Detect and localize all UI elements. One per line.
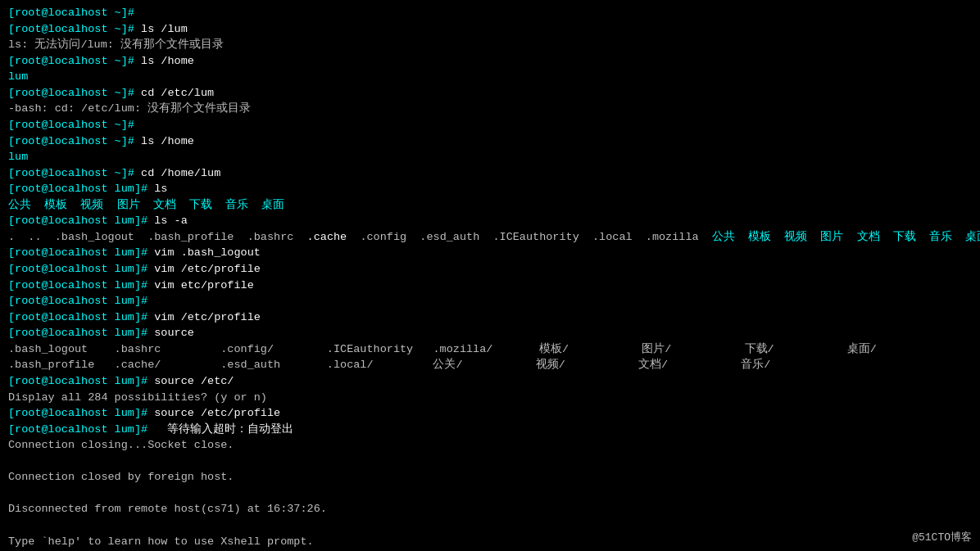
terminal-line: [root@localhost ~]# bbox=[8, 5, 972, 21]
terminal-line: .bash_logout .bashrc .config/ .ICEauthor… bbox=[8, 341, 972, 358]
terminal-line: [root@localhost ~]# bbox=[8, 117, 972, 133]
terminal-line bbox=[8, 486, 972, 502]
terminal-line bbox=[8, 454, 972, 470]
terminal-line: .bash_profile .cache/ .esd_auth .local/ … bbox=[8, 357, 972, 373]
terminal-line: [root@localhost lum]# source bbox=[8, 325, 972, 341]
terminal-line: lum bbox=[8, 69, 972, 85]
terminal-line: . .. .bash_logout .bash_profile .bashrc … bbox=[8, 229, 972, 246]
watermark: @51CTO博客 bbox=[912, 531, 972, 546]
terminal-line: [root@localhost lum]# ls bbox=[8, 181, 972, 197]
terminal-line: [root@localhost ~]# cd /home/lum bbox=[8, 165, 972, 182]
terminal-line: [root@localhost ~]# ls /home bbox=[8, 133, 972, 150]
terminal-line: [root@localhost lum]# 等待输入超时：自动登出 bbox=[8, 422, 972, 438]
terminal-line: ls: 无法访问/lum: 没有那个文件或目录 bbox=[8, 37, 972, 53]
terminal-line: [root@localhost lum]# source /etc/profil… bbox=[8, 405, 972, 422]
terminal-line: [root@localhost lum]# vim /etc/profile bbox=[8, 261, 972, 278]
terminal-line: [root@localhost lum]# ls -a bbox=[8, 213, 972, 229]
terminal-line: -bash: cd: /etc/lum: 没有那个文件或目录 bbox=[8, 101, 972, 117]
terminal-line: Connection closing...Socket close. bbox=[8, 437, 972, 454]
terminal-line: [root@localhost lum]# bbox=[8, 293, 972, 309]
terminal-line: [root@localhost lum]# vim .bash_logout bbox=[8, 245, 972, 261]
terminal-line: Type `help' to learn how to use Xshell p… bbox=[8, 534, 972, 550]
terminal-line: Disconnected from remote host(cs71) at 1… bbox=[8, 501, 972, 517]
terminal-line: Display all 284 possibilities? (y or n) bbox=[8, 390, 972, 406]
terminal-line: Connection closed by foreign host. bbox=[8, 469, 972, 486]
terminal-line: 公共 模板 视频 图片 文档 下载 音乐 桌面 bbox=[8, 197, 972, 214]
terminal-line: [root@localhost lum]# vim etc/profile bbox=[8, 278, 972, 294]
terminal-line: [root@localhost lum]# source /etc/ bbox=[8, 373, 972, 390]
terminal-line: [root@localhost ~]# ls /lum bbox=[8, 21, 972, 38]
terminal-line: [root@localhost ~]# ls /home bbox=[8, 53, 972, 70]
terminal-line: [root@localhost ~]# cd /etc/lum bbox=[8, 85, 972, 102]
terminal-line: lum bbox=[8, 149, 972, 165]
terminal[interactable]: [root@localhost ~]# [root@localhost ~]# … bbox=[0, 0, 980, 551]
terminal-line bbox=[8, 517, 972, 534]
terminal-line: [root@localhost lum]# vim /etc/profile bbox=[8, 309, 972, 326]
